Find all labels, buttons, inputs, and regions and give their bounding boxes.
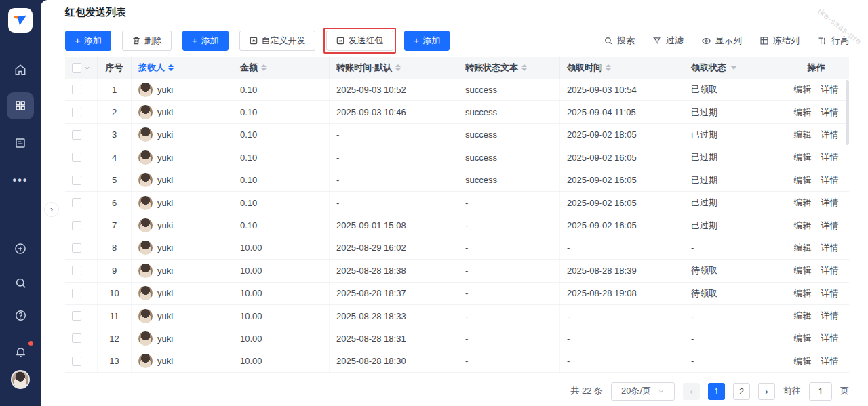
row-checkbox[interactable]	[72, 85, 81, 94]
edit-link[interactable]: 编辑	[794, 129, 812, 141]
edit-link[interactable]: 编辑	[794, 332, 812, 344]
edit-link[interactable]: 编辑	[794, 151, 812, 163]
row-checkbox[interactable]	[72, 243, 81, 253]
filter-tool[interactable]: 过滤	[652, 35, 684, 47]
edit-link[interactable]: 编辑	[794, 83, 812, 96]
freeze-columns-tool[interactable]: 冻结列	[760, 35, 800, 47]
sidebar-item-docs[interactable]	[0, 134, 41, 153]
header-transfer-time[interactable]: 转账时间-默认	[330, 57, 458, 79]
select-all-checkbox[interactable]	[72, 63, 81, 73]
header-claim-time[interactable]: 领取时间	[560, 57, 684, 79]
detail-link[interactable]: 详情	[821, 264, 839, 277]
sidebar-item-home[interactable]	[0, 60, 41, 79]
send-redpacket-button[interactable]: 发送红包	[326, 31, 393, 51]
edit-link[interactable]: 编辑	[794, 174, 812, 186]
detail-link[interactable]: 详情	[821, 106, 839, 119]
sort-icon[interactable]	[395, 64, 401, 71]
detail-link[interactable]: 详情	[821, 220, 839, 232]
sidebar-item-search[interactable]	[0, 273, 41, 292]
search-tool[interactable]: 搜索	[604, 35, 635, 47]
add-button-1[interactable]: + 添加	[65, 31, 111, 51]
header-claim-status[interactable]: 领取状态	[684, 57, 783, 79]
apps-grid-icon	[14, 100, 26, 112]
row-checkbox[interactable]	[72, 289, 81, 298]
detail-link[interactable]: 详情	[821, 129, 839, 141]
table-row: 11 yuki 10.00 2025-08-28 18:33 - - - 编辑 …	[65, 305, 849, 327]
edit-link[interactable]: 编辑	[794, 355, 812, 367]
sidebar-item-create[interactable]	[0, 239, 41, 258]
edit-link[interactable]: 编辑	[794, 242, 812, 254]
detail-link[interactable]: 详情	[821, 242, 839, 254]
detail-link[interactable]: 详情	[821, 174, 839, 186]
row-checkbox[interactable]	[72, 357, 81, 366]
row-receiver-cell: yuki	[132, 237, 233, 259]
row-actions-cell: 编辑 详情	[783, 237, 849, 259]
edit-link[interactable]: 编辑	[794, 310, 812, 322]
sidebar-item-apps[interactable]	[0, 96, 41, 115]
row-checkbox[interactable]	[72, 266, 81, 275]
row-checkbox[interactable]	[72, 108, 81, 117]
edit-link[interactable]: 编辑	[794, 264, 812, 277]
table-row: 6 yuki 0.10 - - 2025-09-02 16:05 已过期 编辑 …	[65, 192, 849, 214]
sort-icon[interactable]	[168, 64, 174, 71]
goto-page-input[interactable]	[809, 382, 832, 401]
row-checkbox[interactable]	[72, 153, 81, 162]
row-height-tool[interactable]: 行高	[817, 35, 849, 47]
help-circle-icon	[14, 309, 27, 322]
page-size-select[interactable]: 20条/页	[611, 382, 675, 401]
detail-link[interactable]: 详情	[821, 310, 839, 322]
sort-icon[interactable]	[606, 64, 611, 71]
detail-link[interactable]: 详情	[821, 355, 839, 367]
row-claim-time-cell: 2025-08-28 19:08	[560, 283, 684, 304]
sort-icon[interactable]	[261, 64, 267, 71]
row-checkbox[interactable]	[72, 198, 81, 207]
show-columns-tool[interactable]: 显示列	[701, 35, 742, 47]
detail-link[interactable]: 详情	[821, 332, 839, 344]
detail-link[interactable]: 详情	[821, 287, 839, 300]
header-index[interactable]: 序号	[98, 57, 132, 79]
sidebar-item-notifications[interactable]	[0, 342, 41, 361]
add-button-2[interactable]: + 添加	[182, 31, 229, 51]
header-select-all[interactable]	[65, 57, 98, 79]
header-amount[interactable]: 金额	[233, 57, 330, 79]
filter-caret-icon[interactable]	[730, 66, 737, 70]
table-row: 5 yuki 0.10 - success 2025-09-02 16:05 已…	[65, 169, 849, 192]
next-page-button[interactable]: ›	[758, 383, 775, 400]
edit-link[interactable]: 编辑	[794, 197, 812, 209]
table-scrollbar-thumb[interactable]	[846, 80, 849, 145]
row-checkbox[interactable]	[72, 176, 81, 185]
total-count: 共 22 条	[570, 385, 603, 397]
row-checkbox[interactable]	[72, 221, 81, 230]
header-transfer-status[interactable]: 转账状态文本	[458, 57, 560, 79]
edit-link[interactable]: 编辑	[794, 106, 812, 119]
receiver-avatar	[138, 309, 153, 323]
edit-link[interactable]: 编辑	[794, 220, 812, 232]
prev-page-button[interactable]: ‹	[683, 383, 700, 400]
sort-icon[interactable]	[521, 64, 527, 71]
row-checkbox[interactable]	[72, 311, 81, 321]
row-receiver-cell: yuki	[132, 146, 233, 168]
row-amount-cell: 0.10	[233, 124, 330, 146]
add-button-3[interactable]: + 添加	[404, 31, 450, 51]
page-1-button[interactable]: 1	[708, 383, 725, 400]
panel-expand-toggle[interactable]: ›	[44, 202, 59, 217]
edit-link[interactable]: 编辑	[794, 287, 812, 300]
row-checkbox[interactable]	[72, 130, 81, 140]
receiver-avatar	[138, 196, 153, 210]
row-transfer-time-cell: 2025-08-28 18:33	[330, 305, 458, 327]
sidebar-user-avatar[interactable]	[0, 370, 41, 389]
detail-link[interactable]: 详情	[821, 151, 839, 163]
sidebar-item-help[interactable]	[0, 306, 41, 325]
delete-button[interactable]: 删除	[122, 31, 172, 51]
page-2-button[interactable]: 2	[733, 383, 750, 400]
sidebar-item-more[interactable]: •••	[0, 171, 41, 190]
row-index-cell: 9	[98, 260, 132, 281]
table-body: 1 yuki 0.10 2025-09-03 10:52 success 202…	[65, 79, 849, 373]
detail-link[interactable]: 详情	[821, 83, 839, 96]
row-actions-cell: 编辑 详情	[783, 146, 849, 168]
app-logo[interactable]	[8, 8, 33, 33]
custom-dev-button[interactable]: 自定义开发	[239, 31, 315, 51]
detail-link[interactable]: 详情	[821, 197, 839, 209]
header-receiver[interactable]: 接收人	[132, 57, 233, 79]
row-checkbox[interactable]	[72, 333, 81, 343]
